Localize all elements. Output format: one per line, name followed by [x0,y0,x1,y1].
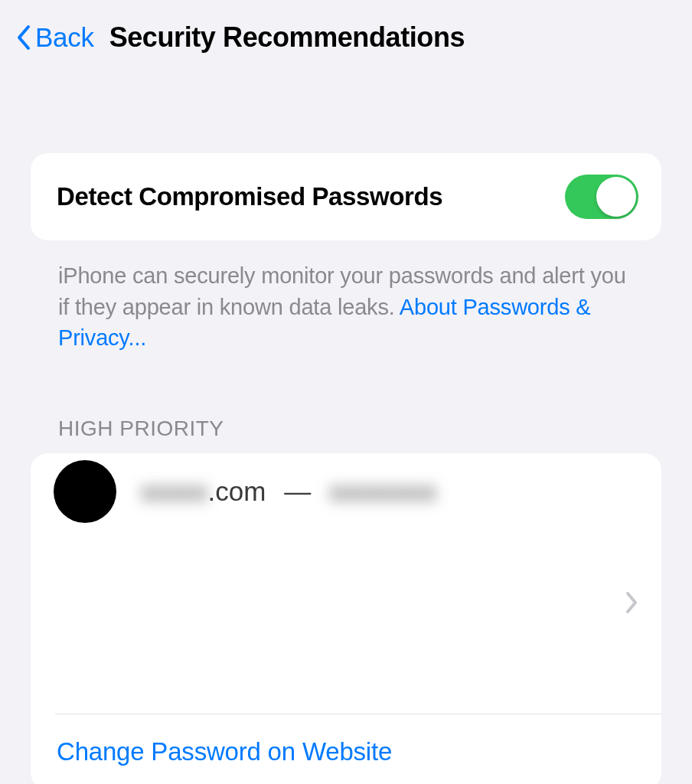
section-header-high-priority: HIGH PRIORITY [31,416,661,453]
chevron-left-icon [15,24,32,51]
chevron-right-icon [625,591,638,614]
password-item-row[interactable]: xxxxx.com — xxxxxxxx [31,453,661,714]
detect-compromised-toggle[interactable] [565,175,638,219]
description-text: iPhone can securely monitor your passwor… [31,240,661,354]
change-password-button[interactable]: Change Password on Website [57,737,392,766]
site-icon [54,460,116,523]
item-text: xxxxx.com — xxxxxxxx [141,476,638,507]
detect-compromised-label: Detect Compromised Passwords [57,182,442,211]
page-title: Security Recommendations [109,21,465,54]
toggle-knob [596,177,636,217]
back-label: Back [35,22,94,53]
back-button[interactable]: Back [15,22,94,53]
password-item-card: xxxxx.com — xxxxxxxx Change Password on … [31,453,661,784]
detect-compromised-row: Detect Compromised Passwords [31,153,661,240]
detect-compromised-card: Detect Compromised Passwords [31,153,661,240]
